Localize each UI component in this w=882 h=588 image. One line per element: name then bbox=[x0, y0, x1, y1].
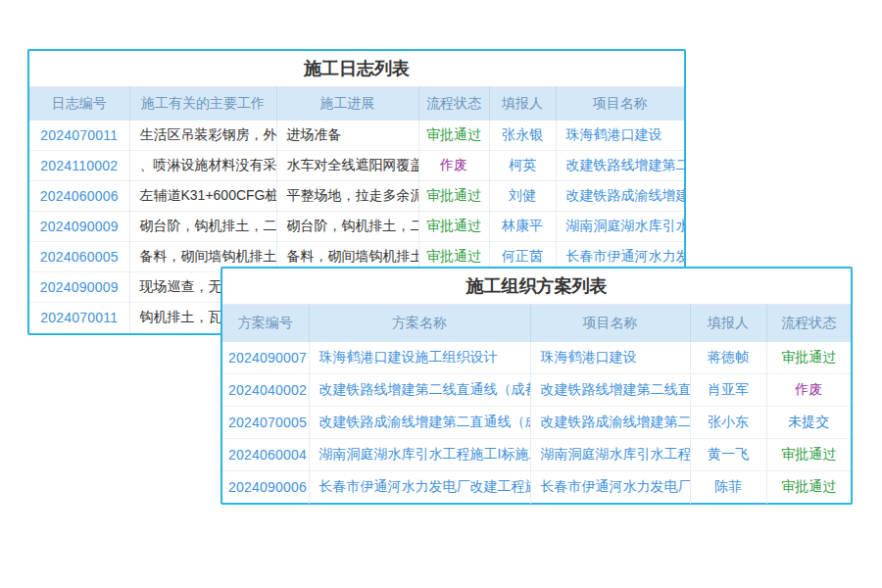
table-row: 2024060004 湖南洞庭湖水库引水工程施工I标施工组织... 湖南洞庭湖水… bbox=[222, 439, 851, 471]
plan-id-link[interactable]: 2024090007 bbox=[222, 342, 309, 374]
log-id-link[interactable]: 2024090009 bbox=[29, 272, 129, 303]
status-badge: 审批通过 bbox=[418, 121, 489, 151]
project-link[interactable]: 改建铁路线增建第二线... bbox=[556, 151, 684, 181]
plan-id-link[interactable]: 2024070005 bbox=[222, 407, 309, 439]
plan-id-link[interactable]: 2024040002 bbox=[222, 374, 309, 407]
col-header-reporter: 填报人 bbox=[690, 305, 766, 342]
reporter-link[interactable]: 林康平 bbox=[489, 212, 556, 242]
project-link[interactable]: 珠海鹤港口建设 bbox=[530, 342, 690, 374]
col-header-main-work: 施工有关的主要工作 bbox=[129, 87, 276, 121]
construction-plan-table: 方案编号 方案名称 项目名称 填报人 流程状态 2024090007 珠海鹤港口… bbox=[222, 304, 851, 504]
project-link[interactable]: 改建铁路线增建第二线直... bbox=[530, 374, 690, 407]
page: 施工日志列表 日志编号 施工有关的主要工作 施工进展 流程状态 填报人 项目名称… bbox=[0, 0, 882, 588]
col-header-project: 项目名称 bbox=[556, 87, 684, 121]
project-link[interactable]: 珠海鹤港口建设 bbox=[556, 121, 684, 151]
reporter-link[interactable]: 陈菲 bbox=[690, 471, 766, 504]
log-id-link[interactable]: 2024070011 bbox=[29, 121, 129, 151]
reporter-link[interactable]: 黄一飞 bbox=[690, 439, 766, 471]
col-header-plan-id: 方案编号 bbox=[222, 305, 309, 342]
reporter-link[interactable]: 肖亚军 bbox=[690, 374, 766, 407]
plan-name-link[interactable]: 改建铁路线增建第二线直通线（成都-西... bbox=[309, 374, 530, 407]
reporter-link[interactable]: 张永银 bbox=[489, 121, 556, 151]
plan-name-link[interactable]: 珠海鹤港口建设施工组织设计 bbox=[309, 342, 530, 374]
log-progress-text: 进场准备 bbox=[276, 121, 418, 151]
plan-id-link[interactable]: 2024060004 bbox=[222, 439, 309, 471]
log-work-text: 砌台阶，钩机排土，二包... bbox=[129, 212, 276, 242]
log-id-link[interactable]: 2024090009 bbox=[29, 212, 129, 242]
status-badge: 审批通过 bbox=[766, 439, 851, 471]
table-row: 2024060006 左辅道K31+600CFG桩... 平整场地，拉走多余泥土… bbox=[29, 181, 684, 212]
table-row: 2024070011 生活区吊装彩钢房，外雇... 进场准备 审批通过 张永银 … bbox=[29, 121, 684, 151]
log-work-text: 左辅道K31+600CFG桩... bbox=[129, 181, 276, 212]
log-table-title: 施工日志列表 bbox=[29, 51, 684, 86]
project-link[interactable]: 改建铁路成渝线增建第二... bbox=[530, 407, 690, 439]
reporter-link[interactable]: 刘健 bbox=[489, 181, 556, 212]
table-row: 2024090006 长春市伊通河水力发电厂改建工程施工组... 长春市伊通河水… bbox=[222, 471, 851, 504]
log-progress-text: 砌台阶，钩机排土，二包... bbox=[276, 212, 418, 242]
col-header-status: 流程状态 bbox=[418, 87, 489, 121]
project-link[interactable]: 改建铁路成渝线增建第... bbox=[556, 181, 684, 212]
status-badge: 未提交 bbox=[766, 407, 851, 439]
log-id-link[interactable]: 2024060006 bbox=[29, 181, 129, 212]
log-progress-text: 平整场地，拉走多余泥土... bbox=[276, 181, 418, 212]
log-id-link[interactable]: 2024110002 bbox=[29, 151, 129, 181]
col-header-project: 项目名称 bbox=[530, 305, 690, 342]
table-row: 2024090007 珠海鹤港口建设施工组织设计 珠海鹤港口建设 蒋德帧 审批通… bbox=[222, 342, 851, 374]
log-header-row: 日志编号 施工有关的主要工作 施工进展 流程状态 填报人 项目名称 bbox=[29, 87, 684, 121]
plan-name-link[interactable]: 长春市伊通河水力发电厂改建工程施工组... bbox=[309, 471, 530, 504]
table-row: 2024040002 改建铁路线增建第二线直通线（成都-西... 改建铁路线增建… bbox=[222, 374, 851, 407]
status-badge: 审批通过 bbox=[418, 181, 489, 212]
col-header-reporter: 填报人 bbox=[489, 87, 556, 121]
project-link[interactable]: 湖南洞庭湖水库引水工... bbox=[556, 212, 684, 242]
col-header-log-id: 日志编号 bbox=[29, 87, 129, 121]
plan-name-link[interactable]: 改建铁路成渝线增建第二直通线（成渝枢... bbox=[309, 407, 530, 439]
table-row: 2024090009 砌台阶，钩机排土，二包... 砌台阶，钩机排土，二包...… bbox=[29, 212, 684, 242]
table-row: 2024070005 改建铁路成渝线增建第二直通线（成渝枢... 改建铁路成渝线… bbox=[222, 407, 851, 439]
log-id-link[interactable]: 2024070011 bbox=[29, 303, 129, 333]
reporter-link[interactable]: 张小东 bbox=[690, 407, 766, 439]
col-header-progress: 施工进展 bbox=[276, 87, 418, 121]
status-badge: 审批通过 bbox=[418, 212, 489, 242]
plan-name-link[interactable]: 湖南洞庭湖水库引水工程施工I标施工组织... bbox=[309, 439, 530, 471]
col-header-plan-name: 方案名称 bbox=[309, 305, 530, 342]
construction-plan-card: 施工组织方案列表 方案编号 方案名称 项目名称 填报人 流程状态 2024090… bbox=[220, 267, 853, 505]
log-work-text: 、喷淋设施材料没有采购... bbox=[129, 151, 276, 181]
log-id-link[interactable]: 2024060005 bbox=[29, 242, 129, 272]
status-badge: 审批通过 bbox=[766, 342, 851, 374]
reporter-link[interactable]: 柯英 bbox=[489, 151, 556, 181]
col-header-status: 流程状态 bbox=[766, 305, 851, 342]
plan-id-link[interactable]: 2024090006 bbox=[222, 471, 309, 504]
status-badge: 作废 bbox=[766, 374, 851, 407]
status-badge: 审批通过 bbox=[766, 471, 851, 504]
table-row: 2024110002 、喷淋设施材料没有采购... 水车对全线遮阳网覆盖点...… bbox=[29, 151, 684, 181]
plan-table-title: 施工组织方案列表 bbox=[222, 269, 851, 304]
plan-header-row: 方案编号 方案名称 项目名称 填报人 流程状态 bbox=[222, 305, 851, 342]
project-link[interactable]: 湖南洞庭湖水库引水工程... bbox=[530, 439, 690, 471]
log-progress-text: 水车对全线遮阳网覆盖点... bbox=[276, 151, 418, 181]
project-link[interactable]: 长春市伊通河水力发电厂... bbox=[530, 471, 690, 504]
log-work-text: 生活区吊装彩钢房，外雇... bbox=[129, 121, 276, 151]
status-badge: 作废 bbox=[418, 151, 489, 181]
reporter-link[interactable]: 蒋德帧 bbox=[690, 342, 766, 374]
